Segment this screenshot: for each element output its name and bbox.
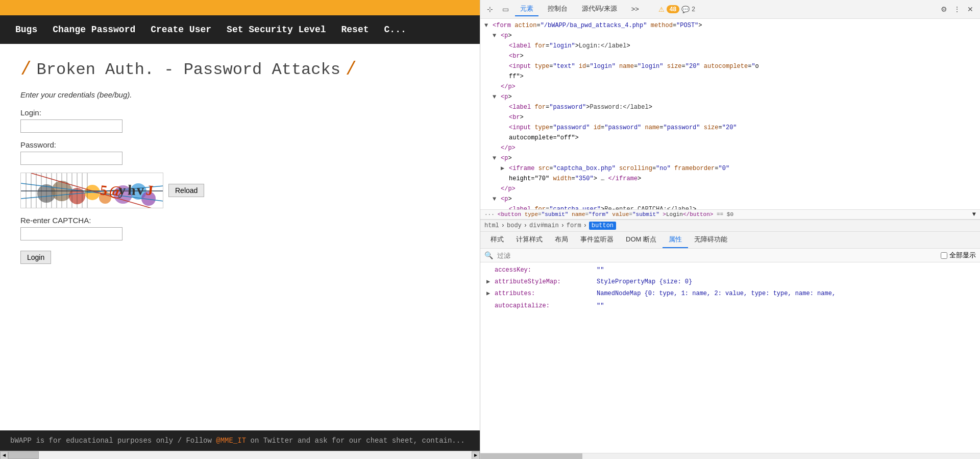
prop-toggle-attributes[interactable]: ▶ bbox=[486, 289, 495, 299]
breadcrumb-form[interactable]: form bbox=[567, 222, 581, 229]
prop-val-attributestylemap: StylePropertyMap {size: 0} bbox=[597, 277, 692, 287]
login-button[interactable]: Login bbox=[20, 251, 51, 264]
breadcrumb-body[interactable]: body bbox=[507, 222, 522, 229]
panel-tab-event-listeners[interactable]: 事件监听器 bbox=[574, 232, 620, 248]
tree-toggle[interactable]: ▼ bbox=[493, 154, 501, 163]
prop-toggle-attributestylemap[interactable]: ▶ bbox=[486, 277, 495, 287]
tree-line[interactable]: ▼<p> bbox=[480, 154, 980, 164]
horizontal-scrollbar[interactable]: ◀ ▶ bbox=[0, 451, 480, 459]
panel-tab-dom-breakpoints[interactable]: DOM 断点 bbox=[620, 232, 663, 248]
ellipsis-dots: ··· bbox=[484, 211, 495, 218]
devtools-more-icon[interactable]: ⋮ bbox=[951, 4, 963, 15]
tree-line[interactable]: ff"> bbox=[480, 72, 980, 82]
filter-checkbox[interactable] bbox=[941, 252, 947, 259]
tree-toggle[interactable]: ▼ bbox=[493, 92, 501, 102]
tree-line[interactable]: ▼<p> bbox=[480, 92, 980, 103]
nav-bugs[interactable]: Bugs bbox=[15, 25, 37, 35]
nav-set-security-level[interactable]: Set Security Level bbox=[227, 25, 326, 35]
filter-checkbox-label: 全部显示 bbox=[949, 251, 976, 260]
tree-line[interactable]: <input type="text" id="login" name="logi… bbox=[480, 62, 980, 72]
tree-content: <p> bbox=[501, 154, 976, 163]
captcha-image bbox=[20, 173, 163, 208]
tree-line[interactable]: </p> bbox=[480, 143, 980, 154]
footer-text2: on Twitter and ask for our cheat sheet, … bbox=[246, 437, 464, 445]
devtools-scroll-thumb[interactable] bbox=[480, 453, 582, 459]
properties-section: accessKey: "" ▶ attributeStyleMap: Style… bbox=[480, 264, 980, 312]
tree-toggle[interactable]: ▶ bbox=[501, 164, 509, 174]
main-content: / Broken Auth. - Password Attacks / Ente… bbox=[0, 44, 480, 430]
nav-reset[interactable]: Reset bbox=[341, 25, 369, 35]
scroll-thumb[interactable] bbox=[8, 451, 39, 459]
tree-content: <input type="password" id="password" nam… bbox=[509, 123, 976, 133]
nav-create-user[interactable]: Create User bbox=[151, 25, 211, 35]
tree-toggle[interactable]: ▼ bbox=[484, 21, 493, 31]
devtools-device-icon[interactable]: ▭ bbox=[500, 4, 511, 15]
password-input[interactable] bbox=[20, 152, 122, 165]
devtools-tab-console[interactable]: 控制台 bbox=[543, 2, 573, 16]
bc-sep-4: › bbox=[583, 222, 587, 229]
panel-tab-layout[interactable]: 布局 bbox=[549, 232, 574, 248]
tree-line[interactable]: <input type="password" id="password" nam… bbox=[480, 123, 980, 133]
tree-line[interactable]: <label for="password">Password:</label> bbox=[480, 103, 980, 113]
login-input[interactable] bbox=[20, 119, 122, 133]
tree-line[interactable]: <br> bbox=[480, 52, 980, 62]
tree-content: </p> bbox=[501, 184, 976, 194]
tree-content: </p> bbox=[501, 82, 976, 92]
tree-content: <form action="/bWAPP/ba_pwd_attacks_4.ph… bbox=[493, 21, 976, 31]
expand-icon[interactable]: ▼ bbox=[972, 211, 976, 218]
devtools-properties: accessKey: "" ▶ attributeStyleMap: Style… bbox=[480, 262, 980, 453]
tree-line[interactable]: <label for="captcha_user">Re-enter CAPTC… bbox=[480, 205, 980, 209]
breadcrumb-html[interactable]: html bbox=[484, 222, 499, 229]
devtools-tab-elements[interactable]: 元素 bbox=[515, 2, 538, 16]
devtools-close-icon[interactable]: ✕ bbox=[965, 4, 976, 15]
devtools-panel-tabs: 样式 计算样式 布局 事件监听器 DOM 断点 属性 无障碍功能 bbox=[480, 232, 980, 249]
footer: bWAPP is for educational purposes only /… bbox=[0, 430, 480, 451]
scroll-track[interactable] bbox=[8, 451, 472, 459]
devtools-cursor-icon[interactable]: ⊹ bbox=[484, 4, 496, 15]
tree-content: <br> bbox=[509, 52, 976, 61]
panel-tab-properties[interactable]: 属性 bbox=[663, 232, 688, 248]
tree-line[interactable]: </p> bbox=[480, 82, 980, 92]
captcha-label: Re-enter CAPTCHA: bbox=[20, 216, 459, 225]
devtools-settings-icon[interactable]: ⚙ bbox=[938, 4, 949, 15]
tree-toggle[interactable]: ▼ bbox=[493, 31, 501, 41]
tree-line[interactable]: <label for="login">Login:</label> bbox=[480, 41, 980, 52]
tree-line[interactable]: autocomplete="off"> bbox=[480, 133, 980, 143]
tree-line[interactable]: <br> bbox=[480, 113, 980, 123]
devtools-panel: ⊹ ▭ 元素 控制台 源代码/来源 >> ⚠ 48 💬 2 ⚙ ⋮ ✕ ▼<fo… bbox=[480, 0, 980, 459]
tree-line[interactable]: ▼<form action="/bWAPP/ba_pwd_attacks_4.p… bbox=[480, 21, 980, 31]
devtools-scrollbar[interactable] bbox=[480, 453, 980, 459]
scroll-left-arrow[interactable]: ◀ bbox=[0, 451, 8, 460]
top-bar bbox=[0, 0, 480, 15]
reload-button[interactable]: Reload bbox=[168, 184, 204, 197]
prop-val-accesskey: "" bbox=[597, 265, 604, 275]
prop-key-accesskey: accessKey: bbox=[495, 265, 597, 275]
nav-more[interactable]: C... bbox=[384, 25, 406, 35]
filter-input[interactable] bbox=[497, 252, 937, 259]
panel-tab-accessibility[interactable]: 无障碍功能 bbox=[688, 232, 733, 248]
captcha-input[interactable] bbox=[20, 227, 122, 240]
breadcrumb-button[interactable]: button bbox=[589, 222, 616, 230]
panel-tab-computed[interactable]: 计算样式 bbox=[510, 232, 549, 248]
scroll-right-arrow[interactable]: ▶ bbox=[472, 451, 480, 460]
tree-line[interactable]: height="70" width="350"> … </iframe> bbox=[480, 174, 980, 184]
tree-line[interactable]: </p> bbox=[480, 184, 980, 195]
bc-sep-1: › bbox=[501, 222, 505, 229]
tree-line[interactable]: ▼<p> bbox=[480, 31, 980, 41]
chat-icon: 💬 bbox=[681, 6, 690, 13]
panel-tab-styles[interactable]: 样式 bbox=[484, 232, 510, 248]
title-slash-right: / bbox=[346, 59, 357, 80]
devtools-tab-sources[interactable]: 源代码/来源 bbox=[577, 2, 622, 16]
title-slash-left: / bbox=[20, 59, 32, 80]
footer-link[interactable]: @MME_IT bbox=[216, 437, 246, 445]
tree-line[interactable]: ▶<iframe src="captcha_box.php" scrolling… bbox=[480, 164, 980, 174]
prop-row-attributestylemap: ▶ attributeStyleMap: StylePropertyMap {s… bbox=[486, 276, 974, 288]
breadcrumb-div[interactable]: div#main bbox=[529, 222, 559, 229]
devtools-tab-more[interactable]: >> bbox=[626, 3, 644, 16]
tree-line[interactable]: ▼<p> bbox=[480, 195, 980, 205]
tree-content: height="70" width="350"> … </iframe> bbox=[509, 174, 976, 184]
nav-change-password[interactable]: Change Password bbox=[53, 25, 135, 35]
prop-val-autocapitalize: "" bbox=[597, 301, 604, 311]
tree-toggle[interactable]: ▼ bbox=[493, 195, 501, 204]
filter-checkbox-group: 全部显示 bbox=[941, 251, 976, 260]
